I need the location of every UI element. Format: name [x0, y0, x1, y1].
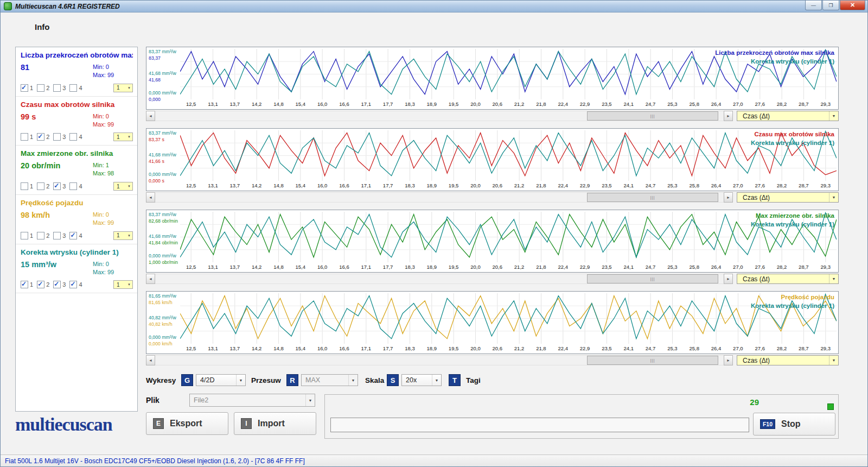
chart-panel: 83,37 mm³/w83,3741,68 mm³/w41,680,000 mm… [146, 47, 839, 110]
param-scale-combo[interactable]: 1▼ [113, 231, 133, 240]
x-tick-label: 24,1 [618, 101, 640, 109]
param-title: Czasu max obrotów silnika [21, 100, 133, 109]
channel-checkbox-1[interactable] [21, 232, 28, 239]
x-tick-label: 14,8 [267, 264, 289, 272]
x-tick-label: 20,0 [464, 101, 486, 109]
maximize-button[interactable]: ❐ [822, 1, 839, 10]
channel-checkbox-1[interactable] [21, 133, 28, 141]
channel-checkbox-1[interactable] [21, 182, 28, 190]
x-tick-label: 20,6 [487, 264, 508, 272]
channel-checkbox-2[interactable] [37, 182, 44, 190]
channel-checkbox-3[interactable] [53, 84, 61, 92]
param-scale-combo[interactable]: 1▼ [113, 182, 133, 191]
channel-checkbox-4[interactable] [69, 133, 77, 141]
recording-indicator [827, 403, 834, 410]
chart-plot[interactable] [180, 212, 837, 262]
chart-scrollbar[interactable]: ||| [155, 355, 724, 365]
param-scale-combo[interactable]: 1▼ [113, 280, 133, 289]
channel-checkbox-4[interactable] [69, 84, 77, 92]
channel-checkbox-label: 4 [79, 134, 82, 140]
chart-legend: Prędkość pojazduKorekta wtrysku (cylinde… [751, 293, 834, 310]
channel-checkbox-3[interactable] [53, 182, 61, 190]
time-axis-combo-value: Czas (Δt) [743, 357, 770, 364]
y-axis-label-group: 41,68 mm³/w41,84 obr/min [149, 234, 180, 247]
tab-info[interactable]: Info [35, 22, 50, 31]
x-tick-label: 18,9 [421, 345, 443, 354]
wykresy-combo-value: 4/2D [200, 376, 214, 384]
x-tick-label: 21,2 [508, 182, 530, 191]
param-min: Min: 0 [93, 260, 133, 268]
channel-checkbox-2[interactable] [37, 281, 44, 288]
scroll-right-button[interactable]: ► [724, 111, 733, 121]
channel-checkbox-2[interactable] [37, 84, 44, 92]
import-button[interactable]: I Import [234, 412, 316, 435]
param-max: Max: 99 [93, 71, 133, 79]
scroll-left-button[interactable]: ◄ [146, 111, 155, 121]
scroll-left-button[interactable]: ◄ [146, 274, 155, 284]
time-axis-combo-value: Czas (Δt) [743, 194, 770, 201]
scrollbar-thumb[interactable]: ||| [587, 356, 718, 365]
x-tick-label: 25,3 [661, 182, 683, 191]
eksport-button[interactable]: E Eksport [146, 412, 228, 435]
wykresy-combo[interactable]: 4/2D ▼ [196, 374, 246, 386]
x-tick-label: 12,5 [180, 101, 202, 109]
x-tick-label: 23,5 [596, 345, 617, 354]
hotkey-g-badge[interactable]: G [181, 374, 193, 386]
skala-combo[interactable]: 20x ▼ [401, 374, 442, 386]
scroll-right-button[interactable]: ► [724, 192, 733, 203]
param-title: Liczba przekroczeń obrotów max silnika [21, 51, 133, 59]
channel-checkbox-3[interactable] [53, 133, 61, 141]
titlebar[interactable]: Multiecuscan 4.6R1 REGISTERED — ❐ ✕ [1, 1, 867, 12]
x-tick-label: 22,4 [552, 345, 574, 354]
channel-checkbox-4[interactable] [69, 281, 77, 288]
x-tick-label: 29,3 [815, 101, 837, 109]
x-tick-label: 23,5 [596, 264, 617, 272]
scrollbar-thumb[interactable]: ||| [587, 111, 718, 121]
chart-scroll-row: ◄|||►Czas (Δt)▼ [146, 274, 839, 284]
x-tick-label: 19,5 [443, 182, 464, 191]
multiecuscan-logo: multiecuscan [15, 414, 138, 435]
channel-checkbox-4[interactable] [69, 232, 77, 239]
scroll-left-button[interactable]: ◄ [146, 192, 155, 203]
channel-checkbox-3[interactable] [53, 281, 61, 288]
chart-scrollbar[interactable]: ||| [155, 111, 724, 121]
file-combo[interactable]: File2 ▼ [189, 394, 315, 407]
przesuw-combo[interactable]: MAX ▼ [301, 374, 358, 386]
scroll-right-button[interactable]: ► [724, 355, 733, 365]
scrollbar-thumb[interactable]: ||| [587, 274, 718, 283]
param-scale-combo[interactable]: 1▼ [113, 132, 133, 141]
time-axis-combo[interactable]: Czas (Δt)▼ [737, 192, 839, 203]
channel-checkbox-1[interactable] [21, 84, 28, 92]
x-tick-label: 19,5 [443, 264, 464, 272]
x-tick-label: 20,0 [464, 182, 486, 191]
minimize-button[interactable]: — [805, 1, 822, 10]
y-axis-label-primary: 40,82 km/h [149, 321, 180, 328]
chart-scrollbar[interactable]: ||| [155, 274, 724, 284]
channel-checkbox-1[interactable] [21, 281, 28, 288]
param-scale-combo[interactable]: 1▼ [113, 84, 133, 92]
channel-checkbox-2[interactable] [37, 133, 44, 141]
chart-plot[interactable] [180, 293, 837, 344]
hotkey-s-badge[interactable]: S [387, 374, 399, 386]
channel-checkbox-2[interactable] [37, 232, 44, 239]
channel-checkbox-3[interactable] [53, 232, 61, 239]
stop-button[interactable]: F10 Stop [753, 413, 835, 436]
hotkey-t-badge[interactable]: T [449, 374, 461, 386]
hotkey-r-badge[interactable]: R [286, 374, 298, 386]
y-axis-label-primary: 41,68 [149, 77, 180, 84]
scrollbar-thumb[interactable]: ||| [587, 193, 718, 202]
close-button[interactable]: ✕ [840, 1, 865, 10]
x-tick-label: 13,7 [224, 182, 246, 191]
time-axis-combo[interactable]: Czas (Δt)▼ [737, 355, 839, 365]
y-axis-label-primary: 1,000 obr/min [149, 260, 180, 266]
x-tick-label: 16,6 [333, 182, 355, 191]
chart-scrollbar[interactable]: ||| [155, 192, 724, 203]
time-axis-combo[interactable]: Czas (Δt)▼ [737, 111, 839, 121]
scroll-right-button[interactable]: ► [724, 274, 733, 284]
channel-checkbox-4[interactable] [69, 182, 77, 190]
chart-plot[interactable] [180, 130, 837, 181]
scroll-left-button[interactable]: ◄ [146, 355, 155, 365]
time-axis-combo[interactable]: Czas (Δt)▼ [737, 274, 839, 284]
chevron-down-icon: ▼ [829, 356, 838, 365]
param-scale-value: 1 [117, 134, 120, 140]
